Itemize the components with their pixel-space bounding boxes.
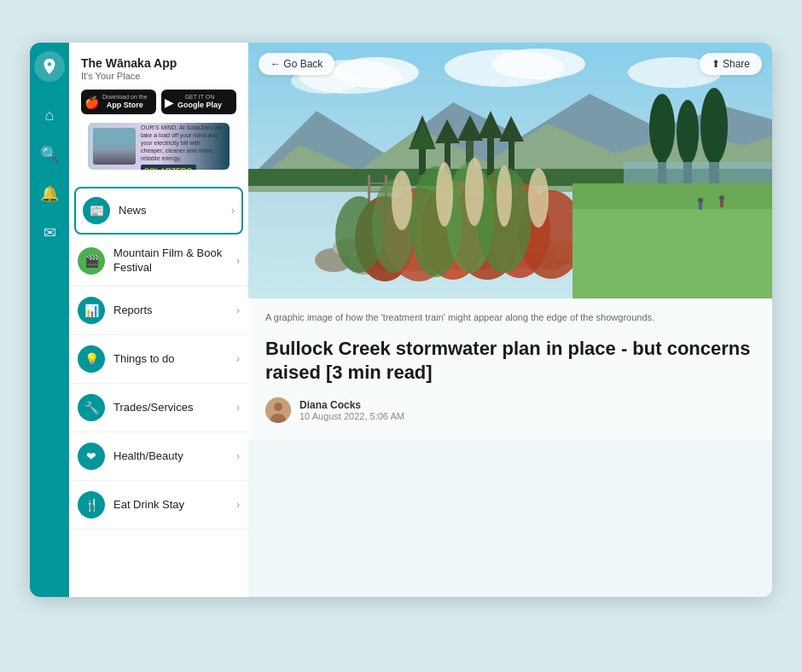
svg-rect-76 <box>624 162 772 183</box>
icon-nav: ⌂ 🔍 🔔 ✉ <box>30 43 69 597</box>
health-label: Health/Beauty <box>113 449 228 464</box>
sidebar: The Wānaka App It's Your Place 🍎 Downloa… <box>69 43 248 597</box>
sidebar-item-things-to-do[interactable]: 💡 Things to do › <box>69 335 248 384</box>
author-avatar <box>265 397 291 423</box>
svg-rect-73 <box>699 203 702 210</box>
article-image-container: ← Go Back ⬆ Share <box>248 43 772 298</box>
film-festival-label: Mountain Film & Book Festival <box>113 246 228 275</box>
svg-point-72 <box>698 198 703 203</box>
svg-point-74 <box>719 195 724 200</box>
things-to-do-arrow: › <box>236 353 240 365</box>
main-content: ← Go Back ⬆ Share A graphic image of how… <box>248 43 772 597</box>
reports-label: Reports <box>113 304 228 318</box>
reports-arrow: › <box>236 304 240 316</box>
author-name: Diana Cocks <box>299 399 404 411</box>
nav-bell[interactable]: 🔔 <box>30 174 69 213</box>
app-store-label: App Store <box>102 101 148 110</box>
nav-search[interactable]: 🔍 <box>30 135 69 174</box>
health-arrow: › <box>236 450 240 462</box>
landscape-svg <box>248 43 772 298</box>
things-to-do-icon: 💡 <box>78 345 105 373</box>
trades-label: Trades/Services <box>113 401 228 415</box>
google-play-label: Google Play <box>177 101 222 110</box>
ad-banner[interactable]: WE'RE THE LAST THING ON OUR'S MIND. At S… <box>88 123 230 170</box>
news-label: News <box>119 204 223 218</box>
svg-point-68 <box>497 165 512 227</box>
app-container: ⌂ 🔍 🔔 ✉ The Wānaka App It's Your Place 🍎… <box>30 43 772 597</box>
news-icon: 📰 <box>83 197 110 224</box>
ad-text: WE'RE THE LAST THING ON OUR'S MIND. At S… <box>141 123 224 162</box>
things-to-do-label: Things to do <box>113 352 228 367</box>
app-logo[interactable] <box>34 51 65 82</box>
google-play-button[interactable]: ▶ GET IT ON Google Play <box>161 90 236 114</box>
sidebar-item-health[interactable]: ❤ Health/Beauty › <box>69 432 248 481</box>
store-buttons: 🍎 Download on the App Store ▶ GET IT ON … <box>81 90 236 114</box>
news-arrow: › <box>231 205 235 217</box>
app-store-button[interactable]: 🍎 Download on the App Store <box>81 90 156 114</box>
eat-drink-label: Eat Drink Stay <box>113 498 228 513</box>
logo-icon <box>40 57 59 76</box>
svg-rect-71 <box>572 183 772 209</box>
avatar-image <box>265 397 291 423</box>
sidebar-item-trades[interactable]: 🔧 Trades/Services › <box>69 384 248 432</box>
svg-rect-75 <box>720 200 724 207</box>
sidebar-item-reports[interactable]: 📊 Reports › <box>69 287 248 335</box>
apple-icon: 🍎 <box>84 96 99 109</box>
sidebar-item-news[interactable]: 📰 News › <box>74 187 243 235</box>
outer-wrapper: ⌂ 🔍 🔔 ✉ The Wānaka App It's Your Place 🍎… <box>13 17 789 672</box>
svg-point-69 <box>528 168 549 228</box>
film-festival-arrow: › <box>236 255 240 267</box>
svg-point-66 <box>436 162 453 227</box>
svg-point-5 <box>491 49 585 79</box>
article-caption: A graphic image of how the 'treatment tr… <box>265 310 755 325</box>
film-festival-icon: 🎬 <box>78 247 105 275</box>
trades-icon: 🔧 <box>78 394 105 421</box>
svg-point-67 <box>465 158 484 226</box>
app-tagline: It's Your Place <box>81 71 236 81</box>
svg-point-22 <box>649 94 675 162</box>
reports-icon: 📊 <box>78 297 105 324</box>
back-button[interactable]: ← Go Back <box>259 53 334 75</box>
ad-image <box>93 128 136 165</box>
app-store-sub: Download on the <box>102 94 148 101</box>
sidebar-item-eat-drink[interactable]: 🍴 Eat Drink Stay › <box>69 481 248 530</box>
app-name: The Wānaka App <box>81 56 236 70</box>
eat-drink-icon: 🍴 <box>78 491 105 518</box>
article-body: A graphic image of how the 'treatment tr… <box>248 298 772 440</box>
author-row: Diana Cocks 10 August 2022, 5:06 AM <box>265 397 755 423</box>
google-play-sub: GET IT ON <box>177 94 222 101</box>
svg-point-65 <box>392 171 412 230</box>
article-title: Bullock Creek stormwater plan in place -… <box>265 337 755 385</box>
health-icon: ❤ <box>78 443 105 470</box>
share-button[interactable]: ⬆ Share <box>700 53 762 75</box>
sidebar-header: The Wānaka App It's Your Place 🍎 Downloa… <box>69 43 248 185</box>
sidebar-nav: 📰 News › 🎬 Mountain Film & Book Festival… <box>69 185 248 588</box>
google-play-icon: ▶ <box>165 96 174 109</box>
sidebar-item-film-festival[interactable]: 🎬 Mountain Film & Book Festival › <box>69 236 248 287</box>
trades-arrow: › <box>236 402 240 414</box>
author-date: 10 August 2022, 5:06 AM <box>299 411 404 421</box>
ad-brand: SOLARZERO <box>141 165 196 170</box>
svg-point-26 <box>700 88 728 165</box>
svg-point-78 <box>274 403 282 411</box>
nav-mail[interactable]: ✉ <box>30 213 69 252</box>
eat-drink-arrow: › <box>236 499 240 511</box>
author-info: Diana Cocks 10 August 2022, 5:06 AM <box>299 399 404 421</box>
svg-point-24 <box>677 100 699 165</box>
nav-home[interactable]: ⌂ <box>30 96 69 135</box>
